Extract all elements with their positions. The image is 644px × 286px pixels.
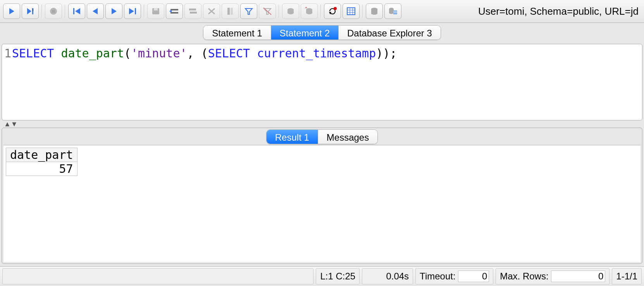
duplicate-row-icon: [184, 3, 201, 19]
run-icon[interactable]: [3, 3, 20, 19]
insert-row-icon[interactable]: [166, 3, 183, 19]
svg-rect-13: [154, 8, 158, 10]
svg-rect-17: [189, 9, 196, 10]
splitter-handle[interactable]: ▲▼: [2, 121, 642, 127]
main-tab-row: Statement 1Statement 2Database Explorer …: [2, 23, 642, 42]
svg-rect-6: [73, 8, 74, 14]
table-row[interactable]: 57: [6, 162, 77, 176]
work-area: Statement 1Statement 2Database Explorer …: [0, 23, 644, 266]
maxrows-label: Max. Rows:: [500, 271, 548, 282]
svg-point-28: [288, 11, 294, 14]
svg-point-44: [389, 12, 394, 14]
last-record-icon[interactable]: [124, 3, 141, 19]
svg-rect-5: [52, 10, 55, 13]
cursor-position: L:1 C:25: [316, 268, 360, 284]
rollback-icon: [301, 3, 318, 19]
svg-point-41: [371, 12, 377, 15]
main-tabs: Statement 1Statement 2Database Explorer …: [203, 25, 441, 40]
timeout-label: Timeout:: [420, 271, 455, 282]
result-tabs: Result 1Messages: [266, 129, 378, 144]
tab-result-1[interactable]: Result 1: [267, 130, 318, 144]
next-record-icon[interactable]: [105, 3, 122, 19]
status-bar: L:1 C:25 0.04s Timeout: Max. Rows: 1-1/1: [0, 266, 644, 286]
svg-marker-7: [75, 8, 80, 14]
svg-rect-18: [190, 12, 197, 14]
svg-rect-22: [231, 8, 233, 15]
tab-messages[interactable]: Messages: [318, 130, 377, 144]
result-body: date_part57: [3, 145, 641, 262]
timeout-input[interactable]: [458, 270, 489, 282]
maxrows-input[interactable]: [551, 270, 605, 282]
run-cursor-icon[interactable]: I: [22, 3, 39, 19]
tab-database-explorer-3[interactable]: Database Explorer 3: [339, 26, 441, 40]
svg-marker-0: [9, 8, 14, 14]
result-panel: Result 1Messages date_part57: [2, 127, 642, 264]
save-icon: [147, 3, 164, 19]
db-explorer-icon[interactable]: [366, 3, 383, 19]
commit-icon: [282, 3, 299, 19]
row-range: 1-1/1: [612, 268, 642, 284]
svg-text:I: I: [33, 8, 34, 12]
svg-point-31: [306, 11, 312, 14]
table-cell[interactable]: 57: [6, 162, 77, 176]
maxrows-cell: Max. Rows:: [496, 268, 610, 284]
toolbar: IUser=tomi, Schema=public, URL=jd: [0, 0, 644, 23]
svg-marker-1: [27, 8, 31, 14]
svg-point-33: [334, 7, 337, 10]
tab-statement-1[interactable]: Statement 1: [203, 26, 271, 40]
status-spacer: [2, 268, 313, 284]
svg-marker-10: [129, 8, 134, 14]
connection-info: User=tomi, Schema=public, URL=jd: [478, 5, 642, 17]
delete-row-icon: [203, 3, 220, 19]
tab-statement-2[interactable]: Statement 2: [271, 26, 339, 40]
grid-icon[interactable]: [343, 3, 360, 19]
stop-icon: [45, 3, 62, 19]
elapsed-time: 0.04s: [362, 268, 413, 284]
filter-clear-icon: [259, 3, 276, 19]
sql-editor[interactable]: 1 SELECT date_part('minute', (SELECT cur…: [2, 44, 642, 121]
svg-marker-8: [93, 8, 98, 14]
edit-column-icon: [222, 3, 239, 19]
filter-icon[interactable]: [240, 3, 257, 19]
prev-record-icon[interactable]: [87, 3, 104, 19]
result-table[interactable]: date_part57: [6, 148, 77, 176]
svg-rect-34: [347, 8, 355, 15]
editor-gutter: 1: [2, 44, 12, 120]
svg-rect-45: [393, 10, 397, 14]
result-tab-row: Result 1Messages: [2, 128, 642, 145]
svg-marker-9: [112, 8, 117, 14]
svg-rect-11: [135, 8, 136, 14]
db-schema-icon[interactable]: [384, 3, 401, 19]
timeout-cell: Timeout:: [415, 268, 493, 284]
column-header[interactable]: date_part: [6, 148, 77, 162]
svg-rect-21: [227, 8, 230, 15]
first-record-icon[interactable]: [68, 3, 85, 19]
reconnect-icon[interactable]: [324, 3, 341, 19]
svg-marker-23: [245, 9, 252, 14]
sql-code[interactable]: SELECT date_part('minute', (SELECT curre…: [12, 44, 397, 120]
